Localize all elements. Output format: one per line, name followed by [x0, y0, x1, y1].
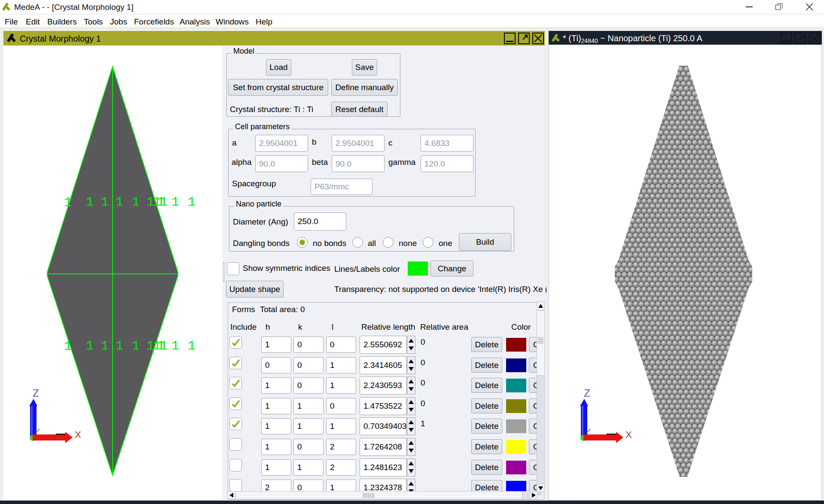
- svg-text:Z: Z: [33, 387, 39, 399]
- svg-text:1: 1: [116, 195, 123, 209]
- svg-text:1: 1: [86, 195, 94, 209]
- svg-text:1: 1: [101, 339, 109, 353]
- svg-text:X: X: [626, 429, 632, 440]
- svg-text:1: 1: [160, 195, 168, 209]
- svg-text:1: 1: [132, 339, 140, 353]
- svg-text:1: 1: [171, 339, 179, 353]
- svg-text:Z: Z: [584, 387, 590, 399]
- svg-text:1: 1: [160, 339, 168, 353]
- svg-text:1: 1: [86, 339, 94, 353]
- svg-text:1: 1: [171, 195, 179, 209]
- svg-text:1: 1: [188, 195, 195, 209]
- svg-text:1: 1: [116, 339, 123, 353]
- svg-text:1: 1: [64, 195, 72, 210]
- svg-text:1: 1: [188, 339, 195, 353]
- svg-text:X: X: [75, 429, 81, 440]
- svg-text:1: 1: [101, 195, 109, 209]
- svg-text:1: 1: [132, 195, 140, 209]
- svg-text:1: 1: [64, 339, 72, 354]
